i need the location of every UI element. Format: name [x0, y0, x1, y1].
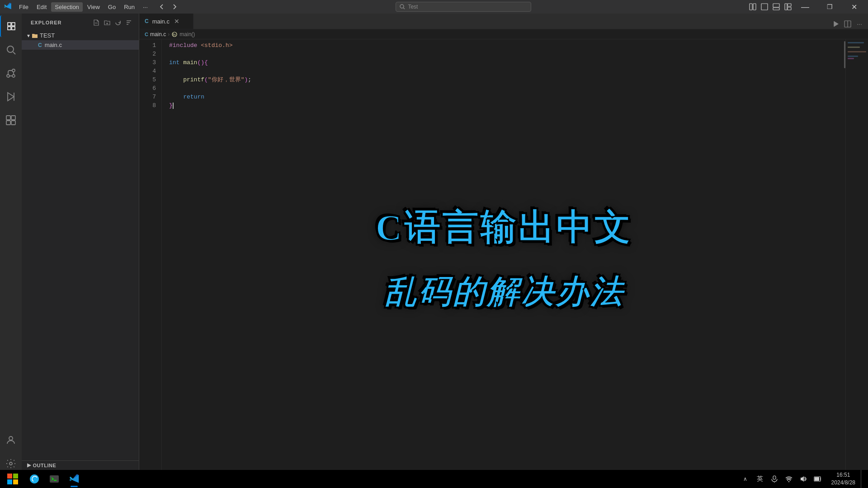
- svg-rect-4: [761, 4, 768, 10]
- svg-rect-5: [773, 4, 779, 7]
- code-line-8: }: [169, 101, 845, 110]
- run-code-icon[interactable]: [831, 19, 841, 29]
- breadcrumb-file-icon: C: [145, 32, 148, 37]
- start-button[interactable]: [4, 472, 22, 486]
- folder-test[interactable]: ▾ TEST: [22, 31, 139, 40]
- svg-marker-26: [834, 21, 839, 27]
- activity-git[interactable]: [0, 62, 22, 84]
- nav-back[interactable]: [157, 2, 167, 12]
- line-numbers: 1 2 3 4 5 6 7 8: [139, 39, 162, 478]
- breadcrumb-file[interactable]: main.c: [150, 31, 166, 38]
- layout-icons: [748, 2, 793, 12]
- svg-rect-8: [788, 4, 791, 6]
- search-placeholder: Test: [408, 4, 418, 10]
- svg-point-10: [7, 46, 14, 52]
- svg-rect-17: [6, 116, 10, 120]
- folder-icon: [32, 33, 38, 39]
- folder-arrow: ▾: [27, 33, 30, 39]
- svg-line-1: [403, 8, 405, 9]
- close-button[interactable]: ✕: [844, 0, 864, 14]
- svg-rect-2: [750, 4, 752, 10]
- code-content[interactable]: #include <stdio.h> int main(){ printf("你…: [162, 39, 845, 478]
- code-line-7: return: [169, 93, 845, 101]
- new-file-icon[interactable]: [92, 18, 101, 27]
- taskbar-edge[interactable]: [25, 470, 43, 488]
- menu-view[interactable]: View: [84, 2, 104, 12]
- svg-marker-15: [8, 93, 14, 101]
- svg-point-13: [12, 69, 15, 72]
- svg-rect-20: [11, 121, 15, 125]
- minimize-button[interactable]: —: [795, 0, 816, 14]
- menu-run[interactable]: Run: [120, 2, 138, 12]
- code-line-2: [169, 50, 845, 58]
- code-editor[interactable]: 1 2 3 4 5 6 7 8 #include <stdio.h> int m…: [139, 39, 868, 478]
- scrollbar-thumb[interactable]: [844, 41, 845, 68]
- split-editor-icon[interactable]: [748, 2, 758, 12]
- editor-layout-icon[interactable]: [760, 2, 769, 12]
- more-actions-icon[interactable]: ···: [854, 19, 864, 29]
- activity-account[interactable]: [0, 429, 22, 451]
- svg-rect-7: [785, 4, 787, 10]
- tray-mic[interactable]: [768, 473, 781, 485]
- taskbar-tray: ∧ 英: [737, 473, 826, 485]
- nav-forward[interactable]: [170, 2, 179, 12]
- tray-battery[interactable]: [811, 473, 824, 485]
- activity-explorer[interactable]: [0, 15, 22, 37]
- tray-language[interactable]: 英: [754, 473, 766, 485]
- clock-time: 16:51: [836, 471, 850, 479]
- menu-file[interactable]: File: [15, 2, 32, 12]
- menu-selection[interactable]: Selection: [51, 2, 82, 12]
- file-main-c[interactable]: C main.c: [22, 40, 139, 50]
- folder-section: ▾ TEST C main.c: [22, 30, 139, 51]
- svg-rect-48: [815, 477, 819, 481]
- menu-edit[interactable]: Edit: [33, 2, 50, 12]
- menu-more[interactable]: ···: [139, 2, 151, 12]
- maximize-button[interactable]: ❐: [819, 0, 840, 14]
- tray-wifi[interactable]: [783, 473, 795, 485]
- taskbar-clock[interactable]: 16:51 2024/8/28: [828, 470, 859, 488]
- outline-arrow: ▶: [27, 462, 31, 468]
- search-bar[interactable]: Test: [396, 2, 531, 12]
- taskbar-vscode[interactable]: [65, 470, 83, 488]
- svg-text:fn: fn: [173, 33, 176, 37]
- activity-run[interactable]: [0, 86, 22, 108]
- code-line-6: [169, 84, 845, 93]
- svg-rect-9: [788, 7, 791, 10]
- svg-rect-41: [13, 479, 18, 484]
- svg-point-12: [7, 75, 9, 77]
- taskbar-terminal[interactable]: [45, 470, 63, 488]
- breadcrumb-function[interactable]: main(): [179, 31, 195, 38]
- activity-extensions[interactable]: [0, 109, 22, 131]
- app-body: Explorer ▾ TEST: [0, 14, 868, 478]
- new-folder-icon[interactable]: [103, 18, 112, 27]
- panel-layout-icon[interactable]: [771, 2, 781, 12]
- tray-expand[interactable]: ∧: [739, 473, 752, 485]
- sidebar-header: Explorer: [22, 14, 139, 30]
- search-icon: [400, 4, 405, 9]
- tab-actions: ···: [827, 19, 868, 29]
- activity-search[interactable]: [0, 39, 22, 61]
- tab-main-c[interactable]: C main.c ✕: [139, 14, 193, 29]
- tab-close-button[interactable]: ✕: [173, 18, 180, 25]
- sidebar: Explorer ▾ TEST: [22, 14, 139, 478]
- svg-rect-3: [753, 4, 756, 10]
- title-bar-center: Test: [181, 2, 746, 12]
- svg-point-0: [400, 5, 404, 8]
- minimap: [845, 39, 868, 478]
- show-desktop[interactable]: [861, 470, 864, 488]
- refresh-icon[interactable]: [113, 18, 123, 27]
- tab-file-icon: C: [145, 18, 149, 24]
- tray-sound[interactable]: [797, 473, 810, 485]
- split-right-icon[interactable]: [843, 19, 853, 29]
- collapse-all-icon[interactable]: [124, 18, 133, 27]
- menu-go[interactable]: Go: [104, 2, 119, 12]
- tab-bar: C main.c ✕ ···: [139, 14, 868, 29]
- file-name: main.c: [45, 42, 62, 48]
- tab-label: main.c: [152, 18, 170, 25]
- svg-rect-40: [7, 479, 12, 484]
- title-bar: File Edit Selection View Go Run ··· Test: [0, 0, 868, 14]
- customize-layout-icon[interactable]: [783, 2, 793, 12]
- activity-bar: [0, 14, 22, 478]
- svg-rect-44: [773, 476, 776, 479]
- section-outline[interactable]: ▶ OUTLINE: [22, 461, 139, 469]
